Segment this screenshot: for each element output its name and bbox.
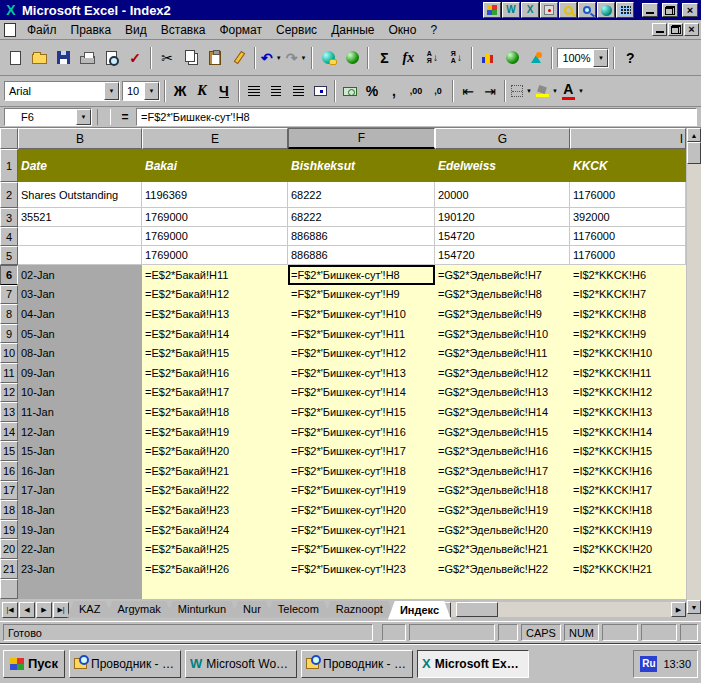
cell-E3[interactable]: 1769000: [142, 208, 288, 227]
column-header-G[interactable]: G: [435, 128, 570, 149]
cell-B21[interactable]: 23-Jan: [18, 559, 142, 579]
row-header-19[interactable]: 19: [0, 520, 18, 540]
sheet-tab-KAZ[interactable]: KAZ: [67, 601, 112, 618]
cell-E6[interactable]: =E$2*Бакай!H11: [142, 265, 288, 285]
cell-B19[interactable]: 19-Jan: [18, 520, 142, 540]
horizontal-scroll-track[interactable]: [498, 602, 671, 617]
horizontal-scrollbar[interactable]: ◀ ▶: [436, 602, 686, 617]
menu-item-7[interactable]: Окно: [381, 21, 423, 39]
cell-G9[interactable]: =G$2*Эдельвейс!H10: [435, 324, 570, 344]
taskbar-clock[interactable]: 13:30: [663, 658, 691, 670]
cell-G20[interactable]: =G$2*Эдельвейс!H21: [435, 539, 570, 559]
dropdown-arrow-icon[interactable]: ▼: [593, 49, 608, 67]
cell-E4[interactable]: 1769000: [142, 227, 288, 246]
row-header-9[interactable]: 9: [0, 324, 18, 344]
cell-E9[interactable]: =E$2*Бакай!H14: [142, 324, 288, 344]
cell-G13[interactable]: =G$2*Эдельвейс!H14: [435, 402, 570, 422]
menu-item-5[interactable]: Сервис: [269, 21, 324, 39]
menu-item-8[interactable]: ?: [423, 21, 444, 39]
cell-B15[interactable]: 15-Jan: [18, 441, 142, 461]
cell-G3[interactable]: 190120: [435, 208, 570, 227]
cell-F2[interactable]: 68222: [288, 182, 435, 208]
formula-input[interactable]: =F$2*'Бишкек-сут'!H8: [136, 108, 697, 126]
start-button[interactable]: Пуск: [3, 650, 65, 678]
last-sheet-button[interactable]: ▶|: [53, 602, 69, 618]
menu-item-4[interactable]: Формат: [212, 21, 269, 39]
column-header-E[interactable]: E: [142, 128, 288, 149]
zoom-select[interactable]: 100%▼: [557, 48, 609, 68]
name-box[interactable]: F6 ▼: [4, 108, 92, 126]
undo-button[interactable]: ↶▼: [259, 46, 284, 70]
workbook-close-button[interactable]: ×: [684, 23, 699, 36]
cell-I1[interactable]: KKCK: [570, 149, 686, 182]
redo-button[interactable]: ↷▼: [284, 46, 309, 70]
font-color-button[interactable]: А▼: [560, 80, 586, 102]
decrease-indent-button[interactable]: ⇤: [457, 80, 479, 102]
cell-F4[interactable]: 886886: [288, 227, 435, 246]
cell-F16[interactable]: =F$2*'Бишкек-сут'!H18: [288, 461, 435, 481]
dropdown-arrow-icon[interactable]: ▼: [276, 55, 282, 61]
cell-G7[interactable]: =G$2*Эдельвейс!H8: [435, 285, 570, 305]
row-header-16[interactable]: 16: [0, 461, 18, 481]
cell-F20[interactable]: =F$2*'Бишкек-сут'!H22: [288, 539, 435, 559]
taskbar-button-3[interactable]: XMicrosoft Excel ...: [417, 650, 529, 678]
cell-F8[interactable]: =F$2*'Бишкек-сут'!H10: [288, 304, 435, 324]
key-shortcut-icon[interactable]: [559, 2, 577, 18]
close-button[interactable]: ×: [682, 3, 698, 17]
cell-I14[interactable]: =I$2*KKCK!H14: [570, 422, 686, 442]
workbook-restore-button[interactable]: [668, 23, 683, 36]
cell-B12[interactable]: 10-Jan: [18, 383, 142, 403]
cell-B13[interactable]: 11-Jan: [18, 402, 142, 422]
cell-F14[interactable]: =F$2*'Бишкек-сут'!H16: [288, 422, 435, 442]
cell-I16[interactable]: =I$2*KKCK!H16: [570, 461, 686, 481]
cell-B14[interactable]: 12-Jan: [18, 422, 142, 442]
sort-ascending-button[interactable]: А Я↓: [420, 46, 444, 70]
cell-E18[interactable]: =E$2*Бакай!H23: [142, 500, 288, 520]
cell-B16[interactable]: 16-Jan: [18, 461, 142, 481]
horizontal-scroll-thumb[interactable]: [456, 602, 498, 617]
cell-B7[interactable]: 03-Jan: [18, 285, 142, 305]
align-right-button[interactable]: [287, 80, 309, 102]
cell-I17[interactable]: =I$2*KKCK!H17: [570, 481, 686, 501]
cell-G11[interactable]: =G$2*Эдельвейс!H12: [435, 363, 570, 383]
language-indicator[interactable]: Ru: [640, 656, 657, 672]
cell-E8[interactable]: =E$2*Бакай!H13: [142, 304, 288, 324]
cell-F13[interactable]: =F$2*'Бишкек-сут'!H15: [288, 402, 435, 422]
drawing-button[interactable]: [524, 46, 548, 70]
cell[interactable]: [142, 579, 288, 600]
decrease-decimal-button[interactable]: ,0: [427, 80, 449, 102]
save-button[interactable]: [51, 46, 75, 70]
row-header-5[interactable]: 5: [0, 246, 18, 265]
vertical-scrollbar[interactable]: ▲ ▼: [687, 128, 701, 614]
cell-I3[interactable]: 392000: [570, 208, 686, 227]
cell-G21[interactable]: =G$2*Эдельвейс!H22: [435, 559, 570, 579]
merge-center-button[interactable]: [309, 80, 331, 102]
cell-E2[interactable]: 1196369: [142, 182, 288, 208]
italic-button[interactable]: К: [191, 80, 213, 102]
cell-I20[interactable]: =I$2*KKCK!H20: [570, 539, 686, 559]
cell-I4[interactable]: 1176000: [570, 227, 686, 246]
cell-I13[interactable]: =I$2*KKCK!H13: [570, 402, 686, 422]
row-header-3[interactable]: 3: [0, 208, 18, 227]
column-header-I[interactable]: I: [570, 128, 686, 149]
sheet-tab-Raznoopt[interactable]: Raznoopt: [324, 601, 395, 618]
cell-B8[interactable]: 04-Jan: [18, 304, 142, 324]
cell-F3[interactable]: 68222: [288, 208, 435, 227]
sheet-tab-Telecom[interactable]: Telecom: [266, 601, 331, 618]
cell-I9[interactable]: =I$2*KKCK!H9: [570, 324, 686, 344]
excel-shortcut-icon[interactable]: X: [521, 2, 539, 18]
bold-button[interactable]: Ж: [169, 80, 191, 102]
cell-E20[interactable]: =E$2*Бакай!H25: [142, 539, 288, 559]
row-header-20[interactable]: 20: [0, 539, 18, 559]
find-shortcut-icon[interactable]: [578, 2, 596, 18]
cell-B1[interactable]: Date: [18, 149, 142, 182]
row-header-4[interactable]: 4: [0, 227, 18, 246]
cell-E19[interactable]: =E$2*Бакай!H24: [142, 520, 288, 540]
cell-G15[interactable]: =G$2*Эдельвейс!H16: [435, 441, 570, 461]
cell-G6[interactable]: =G$2*Эдельвейс!H7: [435, 265, 570, 285]
taskbar-button-1[interactable]: WMicrosoft Word - Гл...: [185, 650, 297, 678]
cell-G4[interactable]: 154720: [435, 227, 570, 246]
cell-I19[interactable]: =I$2*KKCK!H19: [570, 520, 686, 540]
cell-B2[interactable]: Shares Outstanding: [18, 182, 142, 208]
vertical-scroll-track[interactable]: [687, 164, 701, 600]
